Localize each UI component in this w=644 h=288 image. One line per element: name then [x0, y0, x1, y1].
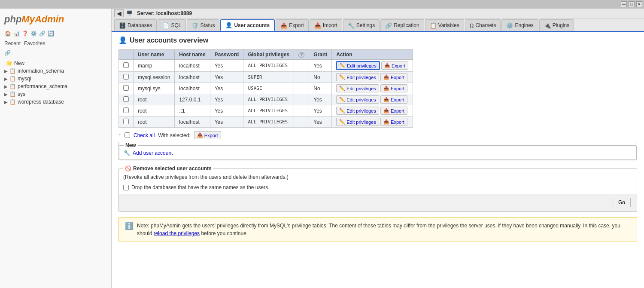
check-all-label[interactable]: Check all [134, 132, 155, 138]
tab-label-11: Plugins [553, 22, 569, 28]
edit-icon-4: ✏️ [339, 108, 345, 113]
row-username-0: mamp [134, 60, 175, 72]
export-btn-0[interactable]: 📤 Export [381, 61, 408, 70]
tab-icon-11: 🔌 [544, 22, 551, 29]
row-check-0[interactable] [119, 60, 134, 72]
row-check-5[interactable] [119, 116, 134, 128]
minimize-button[interactable]: — [621, 1, 627, 7]
export-btn-4[interactable]: 📤 Export [380, 107, 407, 115]
export-row-icon-5: 📤 [383, 119, 389, 125]
nav-tab-databases[interactable]: 🗄️Databases [114, 19, 157, 31]
row-hostname-5: localhost [175, 116, 210, 128]
edit-privileges-btn-5[interactable]: ✏️ Edit privileges [336, 118, 379, 126]
col-help: ? [294, 50, 309, 60]
row-checkbox-3[interactable] [123, 96, 129, 102]
tree-label-2: mysql [18, 76, 31, 82]
row-actions-3: ✏️ Edit privileges 📤 Export [332, 94, 413, 105]
sidebar: phpMyAdmin 🏠 📊 ❓ ⚙️ 🔗 🔄 Recent Favorites… [0, 9, 112, 288]
tab-label-9: Charsets [475, 22, 496, 28]
nav-tab-sql[interactable]: 📄SQL [158, 19, 186, 31]
new-legend: New [124, 142, 138, 148]
check-all-checkbox[interactable] [125, 132, 130, 138]
close-button[interactable]: ✕ [636, 1, 642, 7]
settings-icon[interactable]: ⚙️ [30, 30, 37, 37]
nav-tab-export[interactable]: 📤Export [276, 19, 309, 31]
row-checkbox-4[interactable] [123, 107, 129, 113]
grid-icon[interactable]: 📊 [13, 30, 20, 37]
privileges-help-icon[interactable]: ? [298, 52, 304, 58]
nav-tab-engines[interactable]: ⚙️Engines [501, 19, 538, 31]
question-icon[interactable]: ❓ [21, 30, 28, 37]
drop-db-checkbox[interactable] [123, 185, 129, 190]
sidebar-toolbar: 🏠 📊 ❓ ⚙️ 🔗 🔄 [0, 28, 111, 39]
sidebar-item-mysql[interactable]: ▶📋mysql [4, 75, 107, 83]
row-checkbox-5[interactable] [123, 119, 129, 124]
back-button[interactable]: ◀ [114, 9, 124, 17]
row-check-3[interactable] [119, 94, 134, 105]
tab-label-10: Engines [515, 22, 533, 28]
tree-expand-icon-1: ▶ [4, 69, 8, 74]
row-privileges-1: SUPER [243, 72, 294, 83]
row-check-1[interactable] [119, 72, 134, 83]
recent-tab[interactable]: Recent [4, 40, 21, 46]
export-btn-5[interactable]: 📤 Export [380, 118, 407, 126]
row-checkbox-2[interactable] [123, 85, 129, 91]
row-hostname-4: ::1 [175, 105, 210, 116]
go-button[interactable]: Go [613, 198, 631, 207]
sidebar-item-wordpress-database[interactable]: ▶📋wordpress database [4, 98, 107, 106]
check-all-row: ↑ Check all With selected: 📤 Export [118, 131, 637, 139]
nav-tab-charsets[interactable]: ΩCharsets [465, 19, 501, 31]
edit-privileges-btn-4[interactable]: ✏️ Edit privileges [336, 107, 379, 115]
with-selected-label: With selected: [158, 132, 190, 138]
maximize-button[interactable]: □ [629, 1, 635, 7]
row-actions-1: ✏️ Edit privileges 📤 Export [332, 72, 413, 83]
export-btn-2[interactable]: 📤 Export [380, 84, 407, 92]
edit-privileges-btn-0[interactable]: ✏️ Edit privileges [336, 61, 380, 70]
nav-tab-plugins[interactable]: 🔌Plugins [539, 19, 574, 31]
export-row-icon-3: 📤 [383, 97, 389, 102]
nav-tab-settings[interactable]: 🔧Settings [343, 19, 380, 31]
tree-icon-1: 📋 [9, 68, 16, 74]
tree-label-5: wordpress database [18, 99, 64, 105]
sidebar-item-new[interactable]: 🌟New [4, 59, 107, 67]
row-username-1: mysql.session [134, 72, 175, 83]
edit-privileges-btn-2[interactable]: ✏️ Edit privileges [336, 84, 379, 92]
nav-tab-status[interactable]: 🛡️Status [187, 19, 219, 31]
add-user-account-link[interactable]: Add user account [133, 150, 173, 156]
home-icon[interactable]: 🏠 [4, 30, 11, 37]
with-selected-export-button[interactable]: 📤 Export [194, 131, 221, 139]
reload-privileges-link[interactable]: reload the privileges [154, 230, 200, 236]
edit-privileges-btn-3[interactable]: ✏️ Edit privileges [336, 95, 379, 104]
refresh-icon[interactable]: 🔄 [47, 30, 54, 37]
row-priv-empty-1 [294, 72, 309, 83]
tree-label-0: New [14, 60, 24, 66]
export-btn-3[interactable]: 📤 Export [380, 95, 407, 104]
edit-icon-2: ✏️ [339, 86, 345, 91]
sidebar-item-information_schema[interactable]: ▶📋information_schema [4, 67, 107, 75]
row-grant-2: No [309, 83, 332, 94]
nav-tab-replication[interactable]: 🔗Replication [380, 19, 424, 31]
row-password-2: Yes [210, 83, 243, 94]
row-check-4[interactable] [119, 105, 134, 116]
nav-tab-user-accounts[interactable]: 👤User accounts [220, 19, 275, 31]
row-password-4: Yes [210, 105, 243, 116]
edit-privileges-btn-1[interactable]: ✏️ Edit privileges [336, 73, 379, 81]
remove-icon: 🚫 [125, 165, 131, 172]
col-privileges: Global privileges [243, 50, 294, 60]
nav-tab-import[interactable]: 📥Import [310, 19, 342, 31]
link-icon[interactable]: 🔗 [39, 30, 46, 37]
row-checkbox-1[interactable] [123, 74, 129, 80]
favorites-tab[interactable]: Favorites [24, 40, 45, 46]
row-check-2[interactable] [119, 83, 134, 94]
export-btn-1[interactable]: 📤 Export [380, 73, 407, 81]
page-content: 👤 User accounts overview User name Host … [112, 32, 644, 288]
row-password-5: Yes [210, 116, 243, 128]
drop-db-label: Drop the databases that have the same na… [131, 184, 270, 190]
window-controls[interactable]: — □ ✕ [621, 1, 642, 7]
nav-tab-variables[interactable]: 📋Variables [425, 19, 464, 31]
sidebar-item-performance_schema[interactable]: ▶📋performance_schema [4, 83, 107, 90]
tab-label-4: Export [289, 22, 304, 28]
row-checkbox-0[interactable] [123, 62, 129, 68]
tab-label-7: Replication [394, 22, 419, 28]
sidebar-item-sys[interactable]: ▶📋sys [4, 90, 107, 98]
